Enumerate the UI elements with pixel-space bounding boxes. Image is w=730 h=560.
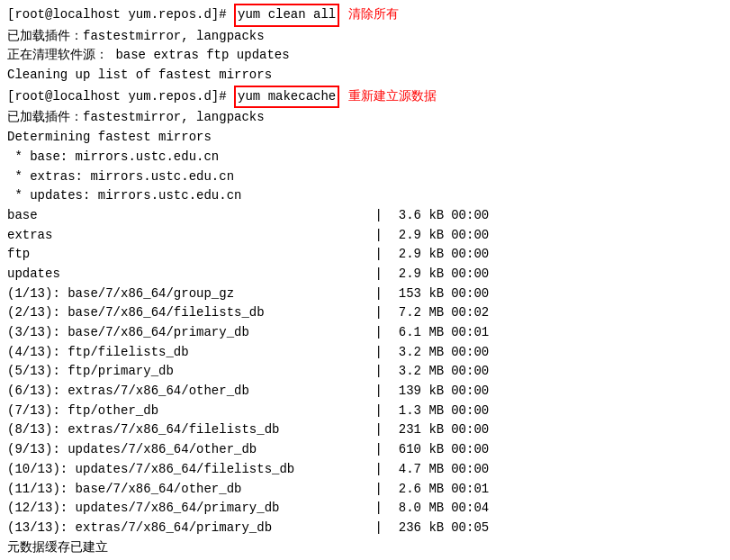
data-row-size: 153 kB xyxy=(390,285,444,304)
data-row-name: (3/13): base/7/x86_64/primary_db xyxy=(7,323,367,343)
data-row-sep: | xyxy=(367,460,390,480)
data-row-size: 2.9 kB xyxy=(390,265,444,285)
data-row-time: 00:05 xyxy=(451,519,489,538)
data-row-size: 3.2 MB xyxy=(390,362,444,382)
data-row-name: (9/13): updates/7/x86_64/other_db xyxy=(7,440,367,460)
line-yum-makecache: [root@localhost yum.repos.d]# yum makeca… xyxy=(7,86,723,109)
line-yum-clean-all: [root@localhost yum.repos.d]# yum clean … xyxy=(7,4,723,27)
data-row-name: (11/13): base/7/x86_64/other_db xyxy=(7,480,367,500)
data-row-sep: | xyxy=(367,499,390,519)
data-row-sep: | xyxy=(367,206,390,226)
data-row-sep: | xyxy=(367,226,390,246)
data-row-size: 231 kB xyxy=(390,420,444,440)
data-row-size: 7.2 MB xyxy=(390,303,444,323)
data-row-11: (8/13): extras/7/x86_64/filelists_db | 2… xyxy=(7,420,723,440)
data-row-sep: | xyxy=(367,323,390,343)
text-extras-mirror: * extras: mirrors.ustc.edu.cn xyxy=(7,167,234,187)
data-row-size: 139 kB xyxy=(390,382,444,402)
data-row-name: updates xyxy=(7,265,367,285)
data-row-size: 6.1 MB xyxy=(390,323,444,343)
data-row-time: 00:00 xyxy=(451,285,489,304)
text-cleaning-mirrors: Cleaning up list of fastest mirrors xyxy=(7,66,272,86)
text-base-mirror: * base: mirrors.ustc.edu.cn xyxy=(7,148,219,167)
data-row-6: (3/13): base/7/x86_64/primary_db | 6.1 M… xyxy=(7,323,723,343)
line-extras-mirror: * extras: mirrors.ustc.edu.cn xyxy=(7,167,723,187)
data-row-12: (9/13): updates/7/x86_64/other_db | 610 … xyxy=(7,440,723,460)
text-plugins-2: 已加载插件：fastestmirror, langpacks xyxy=(7,108,265,128)
data-row-size: 1.3 MB xyxy=(390,402,444,421)
data-row-4: (1/13): base/7/x86_64/group_gz | 153 kB0… xyxy=(7,285,723,304)
data-row-sep: | xyxy=(367,440,390,460)
data-row-size: 2.9 kB xyxy=(390,245,444,265)
data-rows-container: base | 3.6 kB00:00extras | 2.9 kB00:00ft… xyxy=(7,206,723,538)
prompt-prefix-1: [root@localhost yum.repos.d]# xyxy=(7,5,234,25)
data-row-sep: | xyxy=(367,420,390,440)
data-row-sep: | xyxy=(367,285,390,304)
data-row-size: 4.7 MB xyxy=(390,460,444,480)
data-row-sep: | xyxy=(367,343,390,363)
data-row-size: 3.2 MB xyxy=(390,343,444,363)
data-row-name: (8/13): extras/7/x86_64/filelists_db xyxy=(7,420,367,440)
data-row-8: (5/13): ftp/primary_db | 3.2 MB00:00 xyxy=(7,362,723,382)
data-row-time: 00:00 xyxy=(451,402,489,421)
text-plugins-1: 已加载插件：fastestmirror, langpacks xyxy=(7,27,265,47)
data-row-size: 8.0 MB xyxy=(390,499,444,519)
data-row-time: 00:00 xyxy=(451,362,489,382)
data-row-time: 00:00 xyxy=(451,226,489,246)
data-row-name: (12/13): updates/7/x86_64/primary_db xyxy=(7,499,367,519)
data-row-sep: | xyxy=(367,519,390,538)
data-row-5: (2/13): base/7/x86_64/filelists_db | 7.2… xyxy=(7,303,723,323)
text-determining: Determining fastest mirrors xyxy=(7,128,212,148)
data-row-13: (10/13): updates/7/x86_64/filelists_db |… xyxy=(7,460,723,480)
data-row-time: 00:00 xyxy=(451,245,489,265)
data-row-sep: | xyxy=(367,303,390,323)
data-row-16: (13/13): extras/7/x86_64/primary_db | 23… xyxy=(7,519,723,538)
data-row-sep: | xyxy=(367,265,390,285)
line-cleaning-mirrors: Cleaning up list of fastest mirrors xyxy=(7,66,723,86)
annotation-makecache: 重新建立源数据 xyxy=(348,86,437,106)
data-row-sep: | xyxy=(367,245,390,265)
data-row-15: (12/13): updates/7/x86_64/primary_db | 8… xyxy=(7,499,723,519)
data-row-time: 00:01 xyxy=(451,323,489,343)
data-row-time: 00:00 xyxy=(451,460,489,480)
data-row-sep: | xyxy=(367,382,390,402)
data-row-size: 2.6 MB xyxy=(390,480,444,500)
data-row-1: extras | 2.9 kB00:00 xyxy=(7,226,723,246)
data-row-sep: | xyxy=(367,402,390,421)
data-row-name: (1/13): base/7/x86_64/group_gz xyxy=(7,285,367,304)
data-row-name: extras xyxy=(7,226,367,246)
data-row-name: (7/13): ftp/other_db xyxy=(7,402,367,421)
line-plugins-loaded-1: 已加载插件：fastestmirror, langpacks xyxy=(7,27,723,47)
data-row-name: (13/13): extras/7/x86_64/primary_db xyxy=(7,519,367,538)
data-row-time: 00:00 xyxy=(451,265,489,285)
line-base-mirror: * base: mirrors.ustc.edu.cn xyxy=(7,148,723,167)
data-row-name: (6/13): extras/7/x86_64/other_db xyxy=(7,382,367,402)
data-row-time: 00:00 xyxy=(451,440,489,460)
data-row-2: ftp | 2.9 kB00:00 xyxy=(7,245,723,265)
data-row-10: (7/13): ftp/other_db | 1.3 MB00:00 xyxy=(7,402,723,421)
data-row-time: 00:02 xyxy=(451,303,489,323)
data-row-size: 610 kB xyxy=(390,440,444,460)
data-row-7: (4/13): ftp/filelists_db | 3.2 MB00:00 xyxy=(7,343,723,363)
data-row-name: (5/13): ftp/primary_db xyxy=(7,362,367,382)
data-row-time: 00:01 xyxy=(451,480,489,500)
line-determining-mirrors: Determining fastest mirrors xyxy=(7,128,723,148)
data-row-name: ftp xyxy=(7,245,367,265)
data-row-size: 236 kB xyxy=(390,519,444,538)
data-row-time: 00:00 xyxy=(451,420,489,440)
data-row-name: (2/13): base/7/x86_64/filelists_db xyxy=(7,303,367,323)
text-footer: 元数据缓存已建立 xyxy=(7,538,108,558)
data-row-14: (11/13): base/7/x86_64/other_db | 2.6 MB… xyxy=(7,480,723,500)
data-row-sep: | xyxy=(367,480,390,500)
line-updates-mirror: * updates: mirrors.ustc.edu.cn xyxy=(7,186,723,206)
data-row-time: 00:00 xyxy=(451,206,489,226)
data-row-name: (4/13): ftp/filelists_db xyxy=(7,343,367,363)
data-row-0: base | 3.6 kB00:00 xyxy=(7,206,723,226)
data-row-name: (10/13): updates/7/x86_64/filelists_db xyxy=(7,460,367,480)
data-row-time: 00:00 xyxy=(451,382,489,402)
data-row-name: base xyxy=(7,206,367,226)
line-plugins-loaded-2: 已加载插件：fastestmirror, langpacks xyxy=(7,108,723,128)
prompt-prefix-2: [root@localhost yum.repos.d]# xyxy=(7,87,234,107)
data-row-size: 2.9 kB xyxy=(390,226,444,246)
line-cleaning-repos: 正在清理软件源： base extras ftp updates xyxy=(7,46,723,66)
